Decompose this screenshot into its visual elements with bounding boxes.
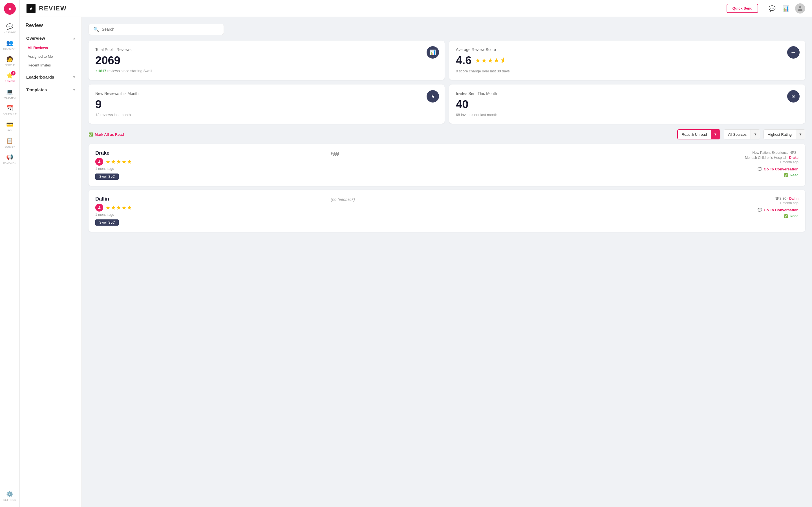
sidebar-item-teamchat[interactable]: 👥 TEAMCHAT bbox=[0, 37, 19, 53]
leaderboards-label: Leaderboards bbox=[26, 75, 54, 79]
review-logo bbox=[95, 204, 103, 212]
r-star-4: ★ bbox=[121, 158, 126, 165]
review-campaign: NPS 30 - Dallin bbox=[566, 196, 799, 201]
read-unread-label: Read & Unread bbox=[678, 132, 711, 136]
star-1: ★ bbox=[475, 57, 481, 64]
r-star-1: ★ bbox=[105, 204, 110, 211]
nav-label-pay: PAY bbox=[7, 129, 12, 132]
stat-card-total-reviews: Total Public Reviews 2069 ↑ 1817 reviews… bbox=[89, 41, 445, 80]
sidebar-item-campaign[interactable]: 📢 CAMPAIGN bbox=[0, 151, 19, 167]
sidebar-item-assigned-to-me[interactable]: Assigned to Me bbox=[20, 52, 82, 61]
read-label-text: Read bbox=[790, 173, 799, 177]
survey-icon: 📋 bbox=[6, 137, 13, 144]
chart-icon-button[interactable]: 📊 bbox=[781, 4, 791, 13]
main-wrapper: ★ REVIEW Quick Send 💬 📊 Review Overview … bbox=[20, 0, 812, 507]
read-status: ✅ Read bbox=[784, 214, 799, 218]
sidebar-item-pay[interactable]: 💳 PAY bbox=[0, 118, 19, 135]
topbar: ★ REVIEW Quick Send 💬 📊 bbox=[20, 0, 812, 17]
webchat-icon: 💻 bbox=[6, 89, 13, 95]
highest-rating-arrow[interactable]: ▼ bbox=[796, 129, 805, 139]
nav-label-teamchat: TEAMCHAT bbox=[3, 47, 17, 50]
all-sources-filter[interactable]: All Sources ▼ bbox=[724, 129, 760, 139]
go-to-conversation-link[interactable]: 💬 Go To Conversation bbox=[758, 167, 799, 171]
review-icon-stars: ★ ★ ★ ★ ★ bbox=[95, 158, 327, 166]
review-right-ago: 1 month ago bbox=[566, 201, 799, 205]
star-3: ★ bbox=[488, 57, 493, 64]
r-star-1: ★ bbox=[105, 158, 110, 165]
nav-label-campaign: CAMPAIGN bbox=[3, 162, 16, 165]
chat-link-icon: 💬 bbox=[758, 167, 762, 171]
sidebar-item-review[interactable]: 3 ⭐ REVIEW bbox=[0, 69, 19, 86]
all-sources-arrow[interactable]: ▼ bbox=[751, 129, 760, 139]
mark-all-read-label: Mark All as Read bbox=[95, 132, 124, 136]
sidebar-item-message[interactable]: 💬 MESSAGE bbox=[0, 20, 19, 37]
go-to-conversation-link[interactable]: 💬 Go To Conversation bbox=[758, 208, 799, 212]
r-star-2: ★ bbox=[111, 158, 116, 165]
r-star-3: ★ bbox=[116, 204, 121, 211]
mark-all-read-button[interactable]: ✅ Mark All as Read bbox=[89, 132, 124, 136]
avatar[interactable] bbox=[795, 3, 805, 13]
stat-icon-total: 📊 bbox=[426, 46, 439, 59]
read-unread-arrow[interactable]: ▼ bbox=[711, 130, 720, 139]
nav-label-schedule: SCHEDULE bbox=[3, 113, 17, 115]
review-badge: 3 bbox=[11, 71, 15, 75]
sidebar-section-templates: Templates ▼ bbox=[20, 84, 82, 95]
sidebar-item-templates[interactable]: Templates ▼ bbox=[20, 84, 82, 95]
sidebar-item-overview[interactable]: Overview ▲ bbox=[20, 33, 82, 43]
star-2: ★ bbox=[481, 57, 487, 64]
nav-label-people: PEOPLE bbox=[4, 64, 15, 66]
sidebar-item-survey[interactable]: 📋 SURVEY bbox=[0, 135, 19, 151]
main-panel: 🔍 Total Public Reviews 2069 ↑ 1817 revie… bbox=[82, 17, 812, 507]
sidebar-item-all-reviews[interactable]: All Reviews bbox=[20, 43, 82, 52]
review-time: 1 month ago bbox=[95, 167, 327, 171]
stat-card-invites: Invites Sent This Month 40 68 invites se… bbox=[449, 84, 805, 124]
people-icon: 🧑 bbox=[6, 56, 13, 62]
campaign-icon: 📢 bbox=[6, 154, 13, 161]
all-reviews-label: All Reviews bbox=[28, 46, 48, 50]
stat-card-new-reviews: New Reviews this Month 9 12 reviews last… bbox=[89, 84, 445, 124]
stats-grid: Total Public Reviews 2069 ↑ 1817 reviews… bbox=[89, 41, 805, 124]
chat-link-icon: 💬 bbox=[758, 208, 762, 212]
sidebar-item-recent-invites[interactable]: Recent Invites bbox=[20, 61, 82, 69]
read-unread-filter[interactable]: Read & Unread ▼ bbox=[677, 129, 721, 139]
sidebar-item-people[interactable]: 🧑 PEOPLE bbox=[0, 53, 19, 69]
stat-title-new: New Reviews this Month bbox=[95, 91, 438, 96]
nav-label-review: REVIEW bbox=[5, 80, 15, 83]
review-card: Dallin ★ ★ ★ ★ ★ 1 month ago bbox=[89, 190, 805, 232]
sidebar-item-leaderboards[interactable]: Leaderboards ▼ bbox=[20, 72, 82, 82]
recent-invites-label: Recent Invites bbox=[28, 63, 51, 67]
schedule-icon: 📅 bbox=[6, 105, 13, 112]
star-4: ★ bbox=[494, 57, 499, 64]
star-half: ⯨ bbox=[500, 57, 506, 64]
stat-value-avg: 4.6 bbox=[456, 54, 472, 67]
stat-avg-row: 4.6 ★ ★ ★ ★ ⯨ bbox=[456, 54, 799, 67]
review-feedback: Fjfjfjf bbox=[331, 151, 339, 156]
search-input[interactable] bbox=[102, 27, 219, 32]
stat-title-invites: Invites Sent This Month bbox=[456, 91, 799, 96]
stat-title-total: Total Public Reviews bbox=[95, 47, 438, 52]
chat-icon-button[interactable]: 💬 bbox=[767, 4, 777, 13]
review-campaign: New Patient Experience NPS - Monash Chil… bbox=[566, 150, 799, 160]
review-stars: ★ ★ ★ ★ ★ bbox=[105, 204, 132, 211]
quick-send-button[interactable]: Quick Send bbox=[726, 4, 758, 13]
review-feedback: (no feedback) bbox=[331, 197, 355, 202]
highest-rating-filter[interactable]: Highest Rating ▼ bbox=[763, 129, 805, 139]
review-middle: Fjfjfjf bbox=[331, 150, 563, 156]
review-time: 1 month ago bbox=[95, 213, 327, 217]
content-wrapper: Review Overview ▲ All Reviews Assigned t… bbox=[20, 17, 812, 507]
nav-label-settings: SETTINGS bbox=[3, 499, 16, 501]
sidebar: Review Overview ▲ All Reviews Assigned t… bbox=[20, 17, 82, 507]
review-left: Drake ★ ★ ★ ★ ★ 1 month ago bbox=[95, 150, 327, 180]
teamchat-icon: 👥 bbox=[6, 40, 13, 46]
sidebar-item-webchat[interactable]: 💻 WEBCHAT bbox=[0, 86, 19, 102]
check-circle-icon: ✅ bbox=[89, 132, 93, 136]
sidebar-item-settings[interactable]: ⚙️ SETTINGS bbox=[0, 488, 19, 504]
review-left: Dallin ★ ★ ★ ★ ★ 1 month ago bbox=[95, 196, 327, 226]
sidebar-item-schedule[interactable]: 📅 SCHEDULE bbox=[0, 102, 19, 118]
review-logo bbox=[95, 158, 103, 166]
stat-sub-new: 12 reviews last month bbox=[95, 113, 438, 117]
sidebar-section-overview: Overview ▲ All Reviews Assigned to Me Re… bbox=[20, 33, 82, 69]
review-actions: 💬 Go To Conversation ✅ Read bbox=[566, 167, 799, 177]
chevron-up-icon: ▲ bbox=[72, 36, 76, 40]
campaign-line2: Monash Children's Hospital - bbox=[745, 156, 788, 160]
